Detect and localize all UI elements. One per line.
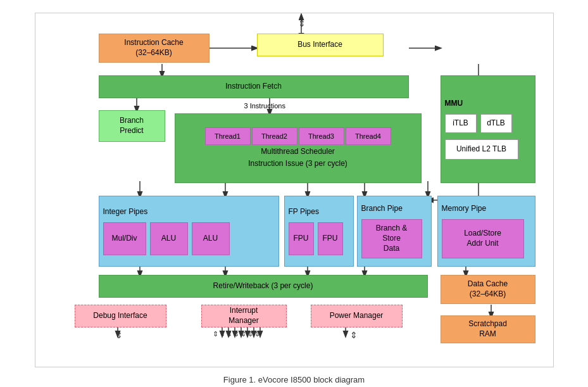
unified-l2-tlb-box: Unified L2 TLB — [445, 139, 518, 160]
thread3-label: Thread3 — [308, 132, 334, 141]
retire-writeback-box: Retire/Writeback (3 per cycle) — [99, 275, 428, 298]
unified-l2-tlb-label: Unified L2 TLB — [456, 144, 506, 155]
load-store-box: Load/Store Addr Unit — [442, 219, 524, 258]
diagram-container: Bus Interface Instruction Cache (32–64KB… — [19, 0, 570, 387]
multithread-scheduler-label: Multithread Scheduler — [261, 147, 335, 157]
alu1-box: ALU — [150, 222, 188, 255]
retire-writeback-label: Retire/Writeback (3 per cycle) — [213, 281, 313, 291]
alu2-box: ALU — [192, 222, 230, 255]
fpu2-box: FPU — [318, 222, 343, 255]
instruction-cache-label: Instruction Cache (32–64KB) — [124, 38, 183, 58]
branch-store-data-box: Branch & Store Data — [361, 219, 422, 258]
branch-pipe-box: Branch Pipe Branch & Store Data — [357, 196, 432, 267]
data-cache-box: Data Cache (32–64KB) — [441, 275, 535, 304]
data-cache-label: Data Cache (32–64KB) — [468, 279, 508, 299]
alu1-label: ALU — [161, 234, 176, 244]
branch-predict-label: Branch Predict — [120, 116, 144, 136]
three-instructions-label: 3 Instructions — [244, 102, 285, 110]
bus-interface-box: Bus Interface — [257, 34, 384, 56]
debug-arrow: ⇕ — [115, 330, 123, 340]
thread4-label: Thread4 — [355, 132, 381, 141]
instruction-fetch-label: Instruction Fetch — [225, 82, 282, 92]
interrupt-arrows: ⇕⇕⇕⇕⇕⇕⇕ — [213, 330, 261, 338]
branch-pipe-label: Branch Pipe — [361, 204, 403, 214]
thread4-box: Thread4 — [346, 127, 391, 145]
thread2-label: Thread2 — [261, 132, 287, 141]
top-double-arrow: ⇕ — [298, 18, 306, 29]
integer-pipes-box: Integer Pipes Mul/Div ALU ALU — [99, 196, 279, 267]
debug-interface-label: Debug Interface — [93, 311, 147, 321]
instruction-issue-label: Instruction Issue (3 per cycle) — [248, 159, 347, 169]
mul-div-box: Mul/Div — [103, 222, 146, 255]
integer-pipes-label: Integer Pipes — [103, 207, 148, 217]
power-manager-box: Power Manager — [311, 305, 403, 327]
bus-interface-label: Bus Interface — [297, 40, 342, 50]
dtlb-box: dTLB — [480, 114, 512, 133]
fpu2-label: FPU — [323, 234, 338, 244]
fp-pipes-label: FP Pipes — [289, 207, 319, 217]
thread2-box: Thread2 — [252, 127, 297, 145]
power-arrow: ⇕ — [350, 330, 358, 340]
itlb-label: iTLB — [453, 118, 468, 129]
memory-pipe-box: Memory Pipe Load/Store Addr Unit — [437, 196, 535, 267]
branch-predict-box: Branch Predict — [99, 110, 165, 142]
fpu1-label: FPU — [294, 234, 309, 244]
fpu1-box: FPU — [289, 222, 314, 255]
thread1-box: Thread1 — [205, 127, 251, 145]
figure-caption: Figure 1. eVocore I8500 block diagram — [32, 375, 557, 384]
alu2-label: ALU — [203, 234, 218, 244]
power-manager-label: Power Manager — [330, 311, 384, 321]
interrupt-manager-label: Interrupt Manager — [228, 306, 258, 326]
mul-div-label: Mul/Div — [111, 234, 137, 244]
memory-pipe-label: Memory Pipe — [442, 204, 487, 214]
diagram-area: Bus Interface Instruction Cache (32–64KB… — [35, 13, 554, 367]
mmu-outer-box: MMU iTLB dTLB Unified L2 TLB — [441, 75, 535, 183]
scheduler-group-box: Thread1 Thread2 Thread3 Thread4 Multithr… — [175, 113, 422, 183]
thread1-label: Thread1 — [215, 132, 241, 141]
fp-pipes-box: FP Pipes FPU FPU — [284, 196, 354, 267]
scratchpad-ram-box: Scratchpad RAM — [441, 315, 535, 343]
debug-interface-box: Debug Interface — [75, 305, 166, 327]
mmu-label: MMU — [445, 99, 463, 109]
scratchpad-ram-label: Scratchpad RAM — [468, 319, 507, 339]
dtlb-label: dTLB — [487, 118, 505, 129]
branch-store-data-label: Branch & Store Data — [376, 224, 407, 253]
thread3-box: Thread3 — [299, 127, 344, 145]
instruction-cache-box: Instruction Cache (32–64KB) — [99, 34, 210, 63]
load-store-label: Load/Store Addr Unit — [464, 229, 501, 248]
instruction-fetch-box: Instruction Fetch — [99, 75, 409, 98]
itlb-box: iTLB — [445, 114, 477, 133]
interrupt-manager-box: Interrupt Manager — [201, 305, 287, 327]
